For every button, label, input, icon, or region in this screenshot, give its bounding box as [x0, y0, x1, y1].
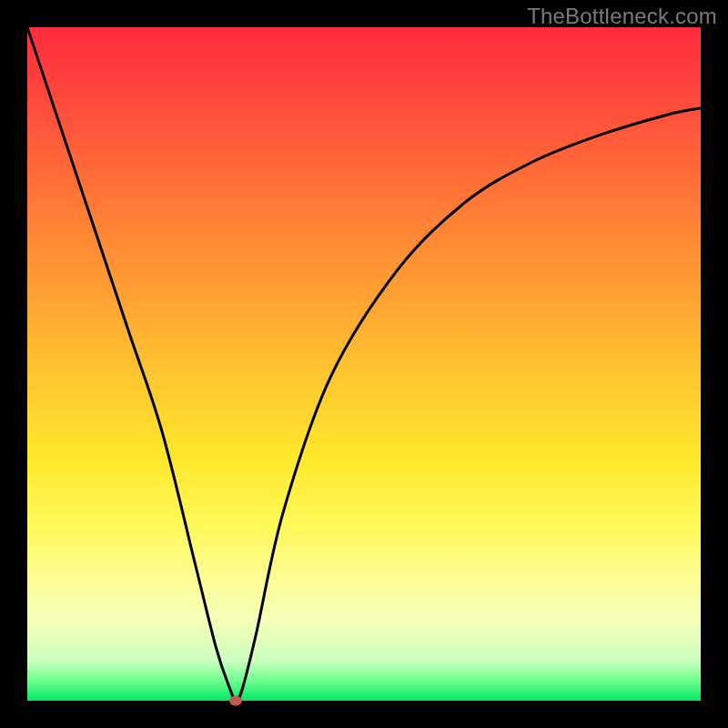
- curve-path: [27, 27, 701, 701]
- chart-frame: TheBottleneck.com: [0, 0, 728, 728]
- plot-area: [27, 27, 701, 701]
- minimum-marker: [229, 696, 242, 706]
- watermark-text: TheBottleneck.com: [527, 4, 717, 29]
- bottleneck-curve: [27, 27, 701, 701]
